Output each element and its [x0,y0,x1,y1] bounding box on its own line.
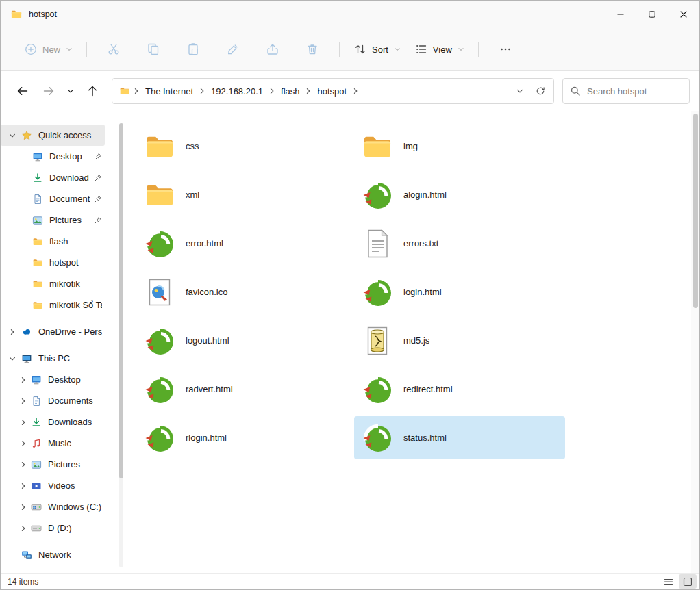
desktop-icon [32,151,43,162]
chevron-right-icon [351,87,360,95]
chevron-right-icon[interactable] [17,376,29,384]
file-item-favicon-ico[interactable]: favicon.ico [136,270,347,313]
search-input[interactable] [587,86,682,97]
sidebar-item-pc-documents[interactable]: Documents [1,390,105,411]
sidebar-item-label: hotspot [49,257,102,268]
main-scrollbar[interactable] [691,111,699,573]
file-item-login-html[interactable]: login.html [354,270,565,313]
refresh-button[interactable] [530,81,551,101]
content-area: Quick access Desktop Download Document P… [1,111,699,573]
text-file-icon [361,227,394,260]
back-button[interactable] [10,79,35,103]
sidebar-item-desktop-pinned[interactable]: Desktop [1,146,105,167]
file-item-errors-txt[interactable]: errors.txt [354,222,565,265]
sidebar-item-pc-windows-c[interactable]: Windows (C:) [1,496,105,517]
file-item-css[interactable]: css [136,125,347,168]
sidebar-item-this-pc[interactable]: This PC [1,348,105,369]
chevron-right-icon[interactable] [17,418,29,426]
copy-button[interactable] [140,37,167,62]
details-view-icon [663,576,674,587]
sidebar-item-label: mikrotik [49,279,102,289]
rename-button[interactable] [219,37,247,62]
view-list-icon [414,42,428,56]
drive-windows-icon [31,502,42,513]
html-file-icon [361,179,394,211]
sidebar-item-mikrotik[interactable]: mikrotik [1,273,105,294]
sidebar-item-mikrotik-so-tay[interactable]: mikrotik Sổ Tay [1,294,105,316]
breadcrumb-segment-flash[interactable]: flash [275,81,305,101]
chevron-right-icon[interactable] [17,397,29,405]
breadcrumb-segment-hotspot[interactable]: hotspot [312,81,352,101]
sidebar-item-onedrive[interactable]: OneDrive - Pers [1,321,105,342]
delete-button[interactable] [299,37,326,62]
sidebar-item-pc-videos[interactable]: Videos [1,475,105,496]
file-name: rlogin.html [186,433,227,443]
file-item-radvert-html[interactable]: radvert.html [136,368,347,411]
large-icons-view-icon [682,576,693,587]
chevron-right-icon[interactable] [17,503,29,511]
maximize-button[interactable] [636,1,668,28]
chevron-right-icon[interactable] [6,328,18,336]
chevron-right-icon[interactable] [17,461,29,469]
search-box[interactable] [562,78,690,104]
chevron-down-icon[interactable] [6,355,18,363]
file-item-redirect-html[interactable]: redirect.html [354,368,565,411]
sidebar-item-pc-d-drive[interactable]: D (D:) [1,517,105,539]
chevron-right-icon[interactable] [17,524,29,533]
sidebar-item-pc-downloads[interactable]: Downloads [1,411,105,433]
document-icon [32,194,43,205]
file-name: img [403,141,418,151]
paste-button[interactable] [179,37,207,62]
up-button[interactable] [80,79,105,103]
chevron-right-icon[interactable] [17,482,29,490]
html-file-icon [361,276,394,309]
chevron-down-icon[interactable] [6,131,18,140]
sidebar-scrollbar-thumb[interactable] [119,123,123,478]
minimize-button[interactable] [605,1,636,28]
file-item-error-html[interactable]: error.html [136,222,347,265]
sidebar-item-pc-music[interactable]: Music [1,433,105,454]
file-item-status-html[interactable]: status.html [354,416,565,459]
file-list-area[interactable]: css img xml alogin.html error.html [125,111,699,573]
more-options-button[interactable] [492,37,519,62]
folder-icon [32,279,43,290]
breadcrumb-segment-the-internet[interactable]: The Internet [140,81,199,101]
desktop-icon [31,374,42,385]
sidebar-item-document-pinned[interactable]: Document [1,188,105,209]
close-button[interactable] [668,1,699,28]
sidebar-item-pictures-pinned[interactable]: Pictures [1,209,105,231]
file-item-img[interactable]: img [354,125,565,168]
sidebar-item-download-pinned[interactable]: Download [1,167,105,188]
sidebar-item-network[interactable]: Network [1,544,105,565]
file-item-md5-js[interactable]: md5.js [354,319,565,362]
address-bar[interactable]: The Internet 192.168.20.1 flash hotspot [112,78,554,104]
file-item-rlogin-html[interactable]: rlogin.html [136,416,347,459]
file-name: radvert.html [186,384,233,394]
sidebar-item-quick-access[interactable]: Quick access [1,125,105,146]
file-name: favicon.ico [186,287,227,297]
sidebar-item-pc-desktop[interactable]: Desktop [1,369,105,390]
sort-button[interactable]: Sort [347,37,408,62]
details-view-button[interactable] [660,574,677,589]
main-scrollbar-thumb[interactable] [693,114,698,308]
sidebar-item-flash[interactable]: flash [1,231,105,252]
breadcrumb-segment-ip[interactable]: 192.168.20.1 [205,81,268,101]
file-item-xml[interactable]: xml [136,173,347,216]
view-button[interactable]: View [408,37,471,62]
cut-button[interactable] [100,37,127,62]
folder-icon [119,86,130,97]
navigation-pane: Quick access Desktop Download Document P… [1,111,125,573]
address-dropdown-button[interactable] [510,81,530,101]
file-item-alogin-html[interactable]: alogin.html [354,173,565,216]
large-icons-view-button[interactable] [679,574,697,589]
recent-locations-button[interactable] [62,79,79,103]
file-item-logout-html[interactable]: logout.html [136,319,347,362]
share-button[interactable] [259,37,286,62]
sidebar-scrollbar[interactable] [119,123,123,567]
forward-button[interactable] [36,79,61,103]
sidebar-item-pc-pictures[interactable]: Pictures [1,454,105,475]
new-button[interactable]: New [17,37,79,62]
chevron-right-icon[interactable] [17,439,29,448]
folder-icon [361,130,394,163]
sidebar-item-hotspot[interactable]: hotspot [1,252,105,273]
